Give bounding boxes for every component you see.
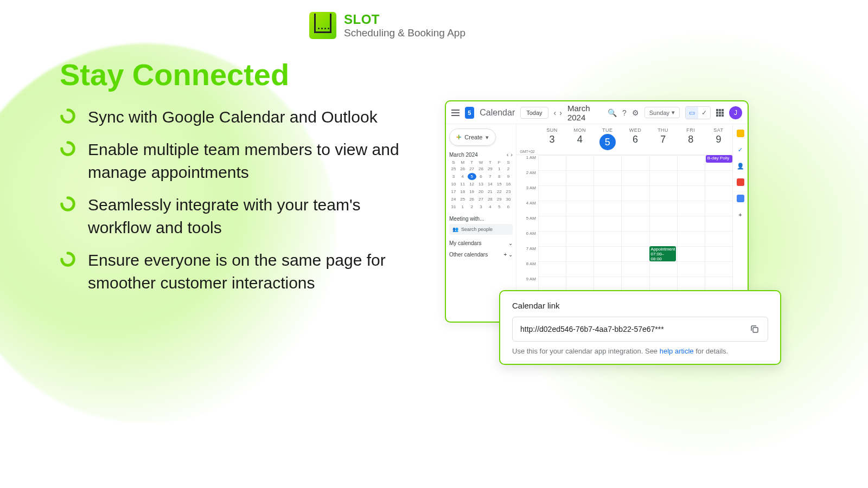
help-icon[interactable]: ?	[622, 108, 627, 117]
feature-list: Sync with Google Calendar and Outlook En…	[60, 106, 407, 304]
keep-icon[interactable]	[737, 130, 744, 137]
view-selector[interactable]: Sunday▾	[644, 107, 680, 118]
mini-month: March 2024	[449, 152, 478, 158]
day-header[interactable]: TUE5	[593, 124, 621, 155]
contacts-icon[interactable]: 👤	[737, 162, 744, 170]
chevron-down-icon[interactable]: ⌄	[508, 240, 513, 246]
timezone-label: GMT+02	[516, 124, 538, 155]
bullet-icon	[60, 196, 76, 212]
copy-icon[interactable]	[749, 324, 760, 335]
month-label: March 2024	[567, 104, 602, 122]
slot-logo-icon	[309, 12, 336, 39]
maps-icon[interactable]	[737, 178, 744, 186]
day-header[interactable]: THU7	[649, 124, 677, 155]
event-appointment[interactable]: Appointment07:00–08:00	[649, 246, 676, 261]
chevron-down-icon: ▾	[486, 134, 489, 141]
brand-header: SLOT Scheduling & Booking App	[309, 12, 465, 39]
feature-item: Ensure everyone is on the same page for …	[60, 249, 407, 294]
help-article-link[interactable]: help article	[660, 347, 694, 355]
day-header[interactable]: WED6	[621, 124, 649, 155]
svg-rect-0	[753, 328, 758, 332]
addon-icon[interactable]	[737, 195, 744, 202]
chevron-right-icon: ›	[559, 108, 562, 117]
search-icon[interactable]: 🔍	[608, 108, 617, 117]
page-title: Stay Connected	[60, 57, 289, 92]
mini-nav[interactable]: ‹›	[507, 151, 513, 158]
app-label: Calendar	[480, 108, 515, 118]
avatar[interactable]: J	[729, 106, 742, 119]
link-input[interactable]: http://d02ed546-76b7-4aa7-bb22-57e67***	[512, 317, 768, 342]
bullet-icon	[60, 251, 76, 267]
feature-item: Enable multiple team members to view and…	[60, 138, 407, 184]
plus-icon: +	[503, 252, 507, 258]
mini-calendar[interactable]: SMTWTFS252627282912345678910111213141516…	[449, 160, 513, 210]
gear-icon[interactable]: ⚙	[632, 108, 639, 117]
chevron-down-icon: ▾	[672, 109, 675, 116]
feature-text: Seamlessly integrate with your team's wo…	[88, 194, 407, 239]
feature-text: Enable multiple team members to view and…	[88, 138, 407, 184]
gcal-logo-icon: 5	[465, 107, 475, 119]
link-url: http://d02ed546-76b7-4aa7-bb22-57e67***	[520, 325, 664, 333]
feature-text: Sync with Google Calendar and Outlook	[88, 106, 378, 129]
people-icon: 👥	[452, 227, 458, 232]
search-people-input[interactable]: 👥Search people	[449, 224, 513, 235]
feature-text: Ensure everyone is on the same page for …	[88, 249, 407, 294]
chevron-down-icon: ⌄	[508, 252, 513, 258]
brand-name: SLOT	[344, 12, 465, 27]
link-card-title: Calendar link	[512, 301, 768, 310]
apps-icon[interactable]	[716, 109, 724, 117]
calendar-link-card: Calendar link http://d02ed546-76b7-4aa7-…	[499, 290, 781, 365]
create-button[interactable]: +Create▾	[449, 129, 496, 146]
bullet-icon	[60, 108, 76, 124]
link-hint: Use this for your calendar app integrati…	[512, 347, 768, 355]
feature-item: Seamlessly integrate with your team's wo…	[60, 194, 407, 239]
day-header-row: GMT+02 SUN3MON4TUE5WED6THU7FRI8SAT9	[516, 124, 732, 155]
brand-subtitle: Scheduling & Booking App	[344, 27, 465, 39]
day-header[interactable]: SAT9	[705, 124, 732, 155]
calendar-topbar: 5 Calendar Today ‹› March 2024 🔍 ? ⚙ Sun…	[446, 101, 748, 124]
day-header[interactable]: SUN3	[538, 124, 566, 155]
menu-icon[interactable]	[451, 110, 459, 116]
today-button[interactable]: Today	[520, 107, 548, 119]
task-view-icon: ✓	[698, 107, 710, 119]
day-header[interactable]: FRI8	[677, 124, 705, 155]
calendar-view-icon: ▭	[686, 107, 698, 119]
event-bday[interactable]: B-day Polly	[706, 155, 732, 163]
plus-icon[interactable]: +	[737, 211, 744, 219]
google-calendar-mock: 5 Calendar Today ‹› March 2024 🔍 ? ⚙ Sun…	[445, 100, 749, 323]
plus-icon: +	[456, 132, 461, 142]
tasks-icon[interactable]: ✓	[737, 146, 744, 153]
other-calendars-label[interactable]: Other calendars	[449, 252, 488, 258]
meeting-with-label: Meeting with...	[449, 216, 513, 222]
day-header[interactable]: MON4	[566, 124, 593, 155]
chevron-left-icon: ‹	[554, 108, 557, 117]
view-toggle[interactable]: ▭ ✓	[685, 106, 711, 119]
my-calendars-label[interactable]: My calendars	[449, 240, 481, 246]
feature-item: Sync with Google Calendar and Outlook	[60, 106, 407, 129]
nav-arrows[interactable]: ‹›	[554, 108, 562, 117]
bullet-icon	[60, 140, 76, 157]
